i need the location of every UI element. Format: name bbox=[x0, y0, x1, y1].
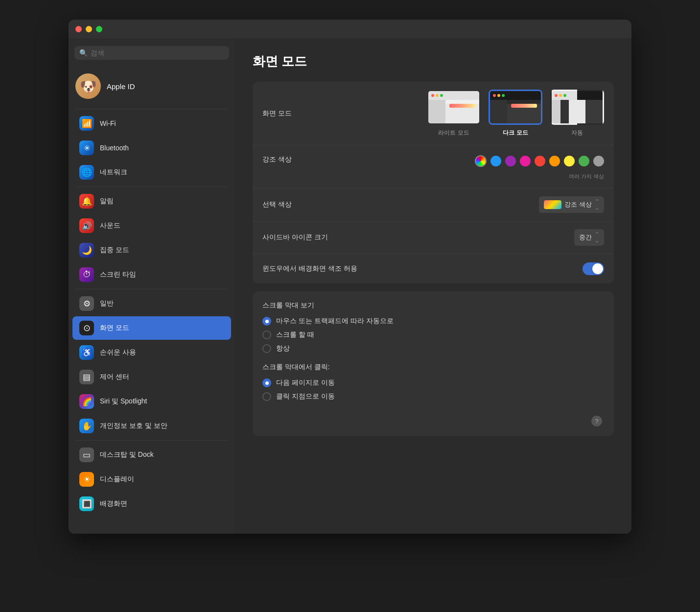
search-bar[interactable]: 🔍 bbox=[74, 46, 229, 60]
scrollbar-spot-label: 클릭 지점으로 이동 bbox=[276, 392, 335, 401]
sidebar-item-wifi[interactable]: 📶 Wi-Fi bbox=[72, 112, 231, 135]
sidebar: 🔍 🐶 Apple ID 📶 Wi-Fi ✳ Bluetooth 🌐 네트워크 bbox=[69, 38, 235, 534]
selection-color-label: 선택 색상 bbox=[262, 200, 370, 209]
scrollbar-section-title: 스크롤 막대 보기 bbox=[262, 301, 604, 310]
control-icon: ▤ bbox=[79, 370, 94, 384]
color-green[interactable] bbox=[579, 156, 589, 166]
sidebar-item-focus[interactable]: 🌙 집중 모드 bbox=[72, 238, 231, 262]
color-red[interactable] bbox=[535, 156, 545, 166]
light-mode-preview bbox=[427, 90, 481, 125]
scrollbar-click-options: 다음 페이지로 이동 클릭 지점으로 이동 bbox=[262, 378, 604, 401]
sidebar-item-bluetooth-label: Bluetooth bbox=[100, 144, 129, 152]
sidebar-item-display-label: 디스플레이 bbox=[100, 475, 134, 484]
sidebar-item-sound[interactable]: 🔊 사운드 bbox=[72, 214, 231, 237]
search-icon: 🔍 bbox=[79, 49, 88, 57]
footer-row: ? bbox=[262, 411, 604, 426]
sidebar-item-appearance[interactable]: ⊙ 화면 모드 bbox=[72, 316, 231, 340]
sidebar-item-sound-label: 사운드 bbox=[100, 221, 120, 230]
display-icon: ☀ bbox=[79, 472, 94, 487]
sidebar-item-wallpaper[interactable]: 🔳 배경화면 bbox=[72, 492, 231, 516]
wallpaper-tint-label: 윈도우에서 배경화면 색조 허용 bbox=[262, 264, 370, 273]
sidebar-item-general[interactable]: ⚙ 일반 bbox=[72, 292, 231, 315]
scrollbar-option-always[interactable]: 항상 bbox=[262, 344, 604, 353]
sidebar-icon-size-value: 중간 bbox=[579, 233, 592, 242]
bluetooth-icon: ✳ bbox=[79, 141, 94, 155]
color-graphite[interactable] bbox=[593, 156, 604, 166]
scrollbar-option-scrolling[interactable]: 스크롤 할 때 bbox=[262, 330, 604, 339]
sidebar-item-control[interactable]: ▤ 제어 센터 bbox=[72, 365, 231, 389]
close-button[interactable] bbox=[75, 26, 82, 32]
sidebar-icon-size-dropdown[interactable]: 중간 ⌃⌄ bbox=[574, 229, 604, 246]
scrollbar-spot-radio[interactable] bbox=[262, 392, 271, 401]
accessibility-icon: ♿ bbox=[79, 345, 94, 360]
selection-color-control: 강조 색상 ⌃⌄ bbox=[370, 196, 604, 213]
scrollbar-nextpage-radio[interactable] bbox=[262, 378, 271, 387]
accent-color-row: 강조 색상 bbox=[253, 145, 614, 188]
scrollbar-click-spot[interactable]: 클릭 지점으로 이동 bbox=[262, 392, 604, 401]
scrollbar-option-auto[interactable]: 마우스 또는 트랙패드에 따라 자동으로 bbox=[262, 317, 604, 326]
help-button[interactable]: ? bbox=[591, 416, 602, 426]
search-input[interactable] bbox=[91, 49, 224, 57]
sidebar-item-siri[interactable]: 🌈 Siri 및 Spotlight bbox=[72, 390, 231, 413]
divider bbox=[75, 109, 228, 109]
sidebar-item-focus-label: 집중 모드 bbox=[100, 246, 129, 255]
selection-color-dropdown[interactable]: 강조 색상 ⌃⌄ bbox=[539, 196, 604, 213]
color-orange[interactable] bbox=[549, 156, 560, 166]
scrollbar-click-title: 스크롤 막대에서 클릭: bbox=[262, 363, 604, 372]
sidebar-item-siri-label: Siri 및 Spotlight bbox=[100, 397, 147, 406]
maximize-button[interactable] bbox=[96, 26, 102, 32]
sidebar-item-screentime-label: 스크린 타임 bbox=[100, 270, 136, 279]
minimize-button[interactable] bbox=[86, 26, 92, 32]
color-pink[interactable] bbox=[520, 156, 531, 166]
appearance-icon: ⊙ bbox=[79, 321, 94, 335]
sidebar-item-privacy-label: 개인정보 보호 및 보안 bbox=[100, 422, 167, 430]
sidebar-item-privacy[interactable]: ✋ 개인정보 보호 및 보안 bbox=[72, 414, 231, 438]
sidebar-item-network[interactable]: 🌐 네트워크 bbox=[72, 161, 231, 184]
wallpaper-tint-control bbox=[370, 262, 604, 275]
color-yellow[interactable] bbox=[564, 156, 575, 166]
scrollbar-section: 스크롤 막대 보기 마우스 또는 트랙패드에 따라 자동으로 스크롤 할 때 항… bbox=[253, 291, 614, 436]
accent-color-label: 강조 색상 bbox=[262, 155, 370, 164]
scrollbar-scrolling-label: 스크롤 할 때 bbox=[276, 330, 314, 339]
sidebar-item-bluetooth[interactable]: ✳ Bluetooth bbox=[72, 136, 231, 160]
appearance-option-auto[interactable]: 자동 bbox=[550, 90, 604, 137]
appearance-option-dark[interactable]: 다크 모드 bbox=[489, 90, 542, 137]
apple-id-section[interactable]: 🐶 Apple ID bbox=[69, 66, 235, 107]
scrollbar-visibility-options: 마우스 또는 트랙패드에 따라 자동으로 스크롤 할 때 항상 bbox=[262, 317, 604, 353]
selection-color-preview bbox=[544, 200, 561, 209]
divider-3 bbox=[75, 289, 228, 289]
sidebar-item-display[interactable]: ☀ 디스플레이 bbox=[72, 468, 231, 491]
sidebar-item-network-label: 네트워크 bbox=[100, 168, 127, 177]
divider-4 bbox=[75, 440, 228, 441]
appearance-mode-row: 화면 모드 bbox=[253, 82, 614, 145]
color-blue[interactable] bbox=[490, 156, 501, 166]
main-window: 🔍 🐶 Apple ID 📶 Wi-Fi ✳ Bluetooth 🌐 네트워크 bbox=[69, 20, 631, 534]
sidebar-icon-size-control: 중간 ⌃⌄ bbox=[370, 229, 604, 246]
sidebar-item-notification-label: 알림 bbox=[100, 197, 114, 206]
scrollbar-click-nextpage[interactable]: 다음 페이지로 이동 bbox=[262, 378, 604, 387]
color-purple[interactable] bbox=[505, 156, 516, 166]
sidebar-item-desktop-label: 데스크탑 및 Dock bbox=[100, 450, 154, 459]
chevron-updown-icon: ⌃⌄ bbox=[595, 198, 599, 211]
main-content: 화면 모드 화면 모드 bbox=[235, 38, 631, 534]
wallpaper-tint-toggle[interactable] bbox=[583, 262, 604, 275]
scrollbar-always-label: 항상 bbox=[276, 344, 290, 353]
sidebar-item-desktop[interactable]: ▭ 데스크탑 및 Dock bbox=[72, 443, 231, 467]
selection-color-row: 선택 색상 강조 색상 ⌃⌄ bbox=[253, 188, 614, 221]
screentime-icon: ⏱ bbox=[79, 267, 94, 282]
scrollbar-auto-radio[interactable] bbox=[262, 317, 271, 326]
sidebar-icon-size-label: 사이드바 아이콘 크기 bbox=[262, 233, 370, 242]
content-area: 🔍 🐶 Apple ID 📶 Wi-Fi ✳ Bluetooth 🌐 네트워크 bbox=[69, 38, 631, 534]
focus-icon: 🌙 bbox=[79, 243, 94, 258]
color-multicolor[interactable] bbox=[475, 155, 487, 167]
appearance-option-light[interactable]: 라이트 모드 bbox=[427, 90, 481, 137]
scrollbar-scrolling-radio[interactable] bbox=[262, 330, 271, 339]
light-mode-label: 라이트 모드 bbox=[438, 129, 469, 137]
sidebar-item-notification[interactable]: 🔔 알림 bbox=[72, 189, 231, 213]
sidebar-item-accessibility[interactable]: ♿ 손쉬운 사용 bbox=[72, 341, 231, 364]
sidebar-item-screentime[interactable]: ⏱ 스크린 타임 bbox=[72, 263, 231, 286]
scrollbar-always-radio[interactable] bbox=[262, 344, 271, 353]
appearance-mode-control: 라이트 모드 bbox=[370, 90, 604, 137]
appearance-options: 라이트 모드 bbox=[427, 90, 604, 137]
auto-mode-preview bbox=[550, 90, 604, 125]
